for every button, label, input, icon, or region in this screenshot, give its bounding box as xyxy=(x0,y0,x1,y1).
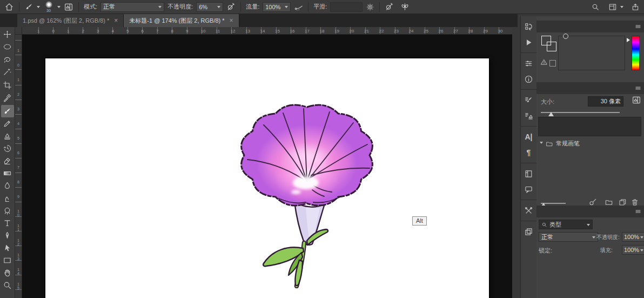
symmetry-icon[interactable] xyxy=(400,2,410,11)
ruler-tick-label: 6 xyxy=(16,151,21,155)
hue-slider-arrow[interactable] xyxy=(627,38,632,42)
search-icon xyxy=(541,222,547,228)
foreground-color-swatch[interactable] xyxy=(541,36,551,45)
panel-menu-icon[interactable] xyxy=(635,85,641,91)
pressure-size-icon[interactable] xyxy=(385,2,394,11)
shape-tool[interactable] xyxy=(1,254,14,267)
smoothing-field[interactable] xyxy=(330,2,363,12)
share-icon[interactable] xyxy=(631,3,640,11)
panel-column: 大小: 30 像素 常规画笔 类型 正常 不透明度: 100% 锁定: 填充: … xyxy=(536,16,644,298)
type-tool[interactable] xyxy=(1,217,14,229)
ruler-tick-label: 7 xyxy=(16,166,21,170)
ruler-tick-label: 1 xyxy=(67,29,69,34)
horizontal-ruler[interactable]: 1012345678910111213141516171819202122232… xyxy=(15,27,512,35)
history-panel-icon[interactable] xyxy=(522,19,536,34)
search-icon[interactable] xyxy=(591,3,600,11)
ruler-tick-label: 2 xyxy=(82,29,84,34)
pasteboard[interactable] xyxy=(22,34,512,298)
brush-tool[interactable] xyxy=(1,105,14,117)
canvas[interactable] xyxy=(45,58,489,298)
ruler-tick-label: 15 xyxy=(16,283,21,290)
brush-list xyxy=(542,148,623,195)
tool-presets-panel-icon[interactable] xyxy=(522,203,536,217)
color-picker-ring[interactable] xyxy=(563,34,568,39)
actions-panel-icon[interactable] xyxy=(522,35,536,49)
layer-fill-field[interactable]: 100% xyxy=(622,245,644,255)
ruler-tick-label: 4 xyxy=(16,122,21,126)
paragraph-panel-icon[interactable]: ¶ xyxy=(522,145,536,160)
blend-mode-select[interactable]: 正常 xyxy=(100,2,164,12)
eyedropper-tool[interactable] xyxy=(1,91,14,104)
panel-dock: A|¶ xyxy=(520,16,536,298)
workspace-icon[interactable] xyxy=(608,3,617,11)
layer-comps-panel-icon[interactable] xyxy=(522,224,536,239)
clone-source-panel-icon[interactable] xyxy=(522,109,536,123)
panel-menu-icon[interactable] xyxy=(635,23,641,30)
hand-tool[interactable] xyxy=(1,267,14,279)
vertical-ruler[interactable]: 10123456789101112131415 xyxy=(15,34,22,298)
brush-size-field[interactable]: 30 像素 xyxy=(588,96,623,107)
path-select-tool[interactable] xyxy=(1,242,14,254)
gamut-color-swatch[interactable] xyxy=(549,60,556,67)
home-icon[interactable] xyxy=(4,2,14,12)
layer-opacity-field[interactable]: 100% xyxy=(622,232,644,242)
toolbar xyxy=(0,27,15,298)
magic-wand-tool[interactable] xyxy=(1,65,14,78)
divider xyxy=(19,2,19,12)
chevron-down-icon xyxy=(640,236,643,240)
ruler-tick-label: 0 xyxy=(16,64,21,68)
layer-opacity-value: 100% xyxy=(624,234,639,240)
pen-tool[interactable] xyxy=(1,229,14,242)
move-tool[interactable] xyxy=(1,28,14,41)
crop-tool[interactable] xyxy=(1,79,14,91)
smudge-tool[interactable] xyxy=(1,192,14,204)
marquee-tool[interactable] xyxy=(1,41,14,53)
document-tab-title: 1.psd @ 162% (图层 2, RGB/8) * xyxy=(23,17,109,25)
pressure-opacity-icon[interactable] xyxy=(226,2,236,11)
brush-size-slider-thumb[interactable] xyxy=(548,109,554,116)
panel-menu-icon[interactable] xyxy=(635,208,641,215)
eraser-tool[interactable] xyxy=(1,155,14,167)
document-tab-2[interactable]: 未标题-1 @ 174% (图层 2, RGB/8) *× xyxy=(124,14,239,27)
blur-tool[interactable] xyxy=(1,180,14,192)
pencil-tool[interactable] xyxy=(1,117,14,130)
ruler-tick-label: 10 xyxy=(201,29,206,34)
brush-settings-toggle-icon[interactable] xyxy=(632,95,641,105)
history-brush-tool[interactable] xyxy=(1,142,14,155)
document-tab-1[interactable]: 1.psd @ 162% (图层 2, RGB/8) *× xyxy=(17,14,124,27)
character-panel-icon[interactable]: A| xyxy=(522,130,536,144)
close-icon[interactable]: × xyxy=(114,17,118,24)
layer-filter-select[interactable]: 类型 xyxy=(539,220,593,229)
opacity-select[interactable]: 6% xyxy=(196,2,223,12)
ruler-tick-label: 6 xyxy=(142,29,144,34)
divider xyxy=(240,2,241,12)
brush-group-row[interactable]: 常规画笔 xyxy=(540,140,580,148)
libraries-panel-icon[interactable] xyxy=(522,167,536,181)
airbrush-icon[interactable] xyxy=(294,2,303,11)
gradient-tool[interactable] xyxy=(1,167,14,180)
brush-tool-icon[interactable] xyxy=(24,2,33,11)
chevron-down-icon xyxy=(217,6,220,10)
alt-key-tooltip: Alt xyxy=(412,216,427,226)
layer-blend-mode-select[interactable]: 正常 xyxy=(539,232,598,242)
divider xyxy=(308,2,308,12)
gamut-warning-icon[interactable] xyxy=(540,58,548,66)
zoom-tool[interactable] xyxy=(1,279,14,292)
flow-select[interactable]: 100% xyxy=(263,2,291,12)
info-panel-icon[interactable] xyxy=(522,72,536,86)
dodge-tool[interactable] xyxy=(1,204,14,217)
brush-preset-picker[interactable]: 30 xyxy=(43,1,54,12)
smoothing-options-gear-icon[interactable] xyxy=(366,3,374,11)
ruler-tick-label: 7 xyxy=(156,29,158,34)
saturation-brightness-field[interactable] xyxy=(558,36,625,70)
clone-stamp-tool[interactable] xyxy=(1,130,14,142)
hue-slider[interactable] xyxy=(632,36,640,70)
toggle-brush-panel-icon[interactable] xyxy=(64,2,73,12)
notes-panel-icon[interactable] xyxy=(522,182,536,196)
brush-settings-panel-icon[interactable] xyxy=(522,93,536,107)
lasso-tool[interactable] xyxy=(1,53,14,65)
ruler-tick-label: 4 xyxy=(112,29,114,34)
close-icon[interactable]: × xyxy=(230,17,233,24)
properties-panel-icon[interactable] xyxy=(522,56,536,70)
ruler-tick-label: 13 xyxy=(16,254,21,261)
